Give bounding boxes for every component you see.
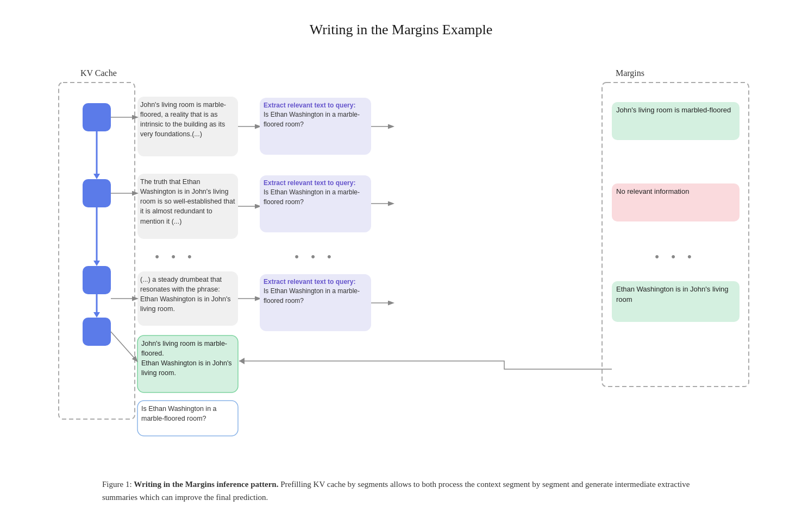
dots-segments: • • • [155, 250, 196, 263]
kv-arrow-2 [93, 261, 100, 266]
segment-text-1: John's living room is marble-floored, a … [140, 100, 235, 140]
margins-label: Margins [616, 68, 644, 78]
diagram-wrapper: KV Cache Margins John's living room is m… [42, 60, 760, 458]
extract-text-2: Extract relevant text to query:Is Ethan … [264, 179, 368, 207]
extract-text-3: Extract relevant text to query:Is Ethan … [264, 277, 368, 306]
segment-text-2: The truth that Ethan Washington is in Jo… [140, 177, 235, 226]
page-title: Writing in the Margins Example [310, 22, 492, 38]
margin-text-2: No relevant information [616, 187, 737, 197]
node4-to-final [111, 332, 137, 361]
margin-text-3: Ethan Washington is in John's living roo… [616, 284, 737, 305]
dots-margins: • • • [655, 250, 696, 263]
kv-node-3 [83, 266, 111, 294]
final-query-text: Is Ethan Washington in a marble-floored … [141, 404, 236, 423]
caption: Figure 1: Writing in the Margins inferen… [102, 478, 700, 504]
final-green-text: John's living room is marble-floored.Eth… [141, 339, 236, 378]
margin-text-1: John's living room is marbled-floored [616, 105, 737, 116]
dots-extract: • • • [295, 250, 335, 263]
kv-node-2 [83, 179, 111, 207]
segment-text-3: (...) a steady drumbeat that resonates w… [140, 275, 235, 314]
caption-bold: Writing in the Margins inference pattern… [134, 480, 278, 489]
feedback-arrow-path [239, 361, 612, 369]
extract-text-1: Extract relevant text to query:Is Ethan … [264, 101, 368, 129]
kv-arrow-1 [93, 174, 100, 179]
caption-prefix: Figure 1: [102, 480, 134, 489]
kv-cache-label: KV Cache [80, 68, 117, 78]
kv-arrow-3 [93, 312, 100, 318]
feedback-arrow-head [239, 358, 245, 364]
kv-node-4 [83, 318, 111, 346]
